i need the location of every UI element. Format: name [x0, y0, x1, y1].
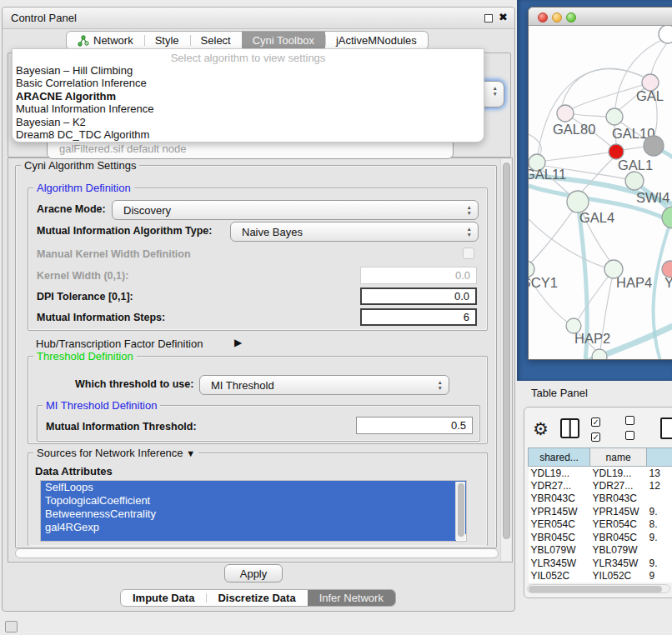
tab-network[interactable]: Network [67, 32, 144, 49]
aracne-mode-value: Discovery [123, 204, 171, 217]
tab-infer-network[interactable]: Infer Network [308, 590, 395, 606]
apply-button[interactable]: Apply [224, 564, 283, 582]
dpi-tolerance-field[interactable]: 0.0 [360, 288, 477, 305]
table-horizontal-scrollbar[interactable] [527, 584, 670, 593]
cyni-settings-title: Cyni Algorithm Settings [21, 159, 139, 172]
table-row[interactable]: YBR043CYBR043C [529, 492, 672, 506]
select-all-checks-icon[interactable]: ✓✓ [591, 413, 614, 443]
mi-steps-field[interactable]: 6 [360, 308, 477, 326]
node-label: GCY1 [529, 275, 558, 290]
settings-vertical-scrollbar[interactable] [500, 159, 511, 561]
close-icon[interactable]: ✖ [499, 11, 508, 23]
settings-horizontal-scrollbar[interactable] [15, 548, 499, 559]
network-canvas[interactable]: GALGAL80GAL10GAL1GAL11SWI4GAL4GCY1HAP4YH… [529, 26, 672, 360]
table-row[interactable]: YDL19...YDL19...13 [529, 467, 672, 480]
data-attributes-label: Data Attributes [35, 465, 113, 478]
attribute-item[interactable]: gal4RGexp [41, 521, 466, 534]
network-edge[interactable] [529, 211, 573, 264]
aracne-mode-label: Aracne Mode: [37, 203, 106, 215]
close-traffic-light-icon[interactable] [538, 12, 548, 22]
mi-threshold-field[interactable]: 0.5 [356, 417, 473, 434]
float-panel-icon[interactable] [484, 14, 493, 22]
aracne-mode-combo[interactable]: Discovery ▲▼ [112, 200, 479, 220]
kernel-width-field[interactable]: 0.0 [360, 267, 477, 284]
zoom-traffic-light-icon[interactable] [566, 12, 576, 22]
tab-discretize-data[interactable]: Discretize Data [206, 590, 307, 606]
dropdown-item[interactable]: Mutual Information Inference [13, 102, 484, 115]
table-cell: 9. [647, 531, 672, 544]
data-attributes-list[interactable]: SelfLoopsTopologicalCoefficientBetweenne… [40, 480, 467, 542]
network-node-swi4[interactable] [625, 172, 644, 190]
attribute-item[interactable]: SelfLoops [41, 481, 466, 494]
collapsed-panel-icon[interactable] [5, 621, 18, 632]
network-node-gal80[interactable] [557, 105, 574, 122]
manual-kernel-label: Manual Kernel Width Definition [37, 248, 191, 260]
bottom-tabs: Impute DataDiscretize DataInfer Network [120, 589, 396, 607]
network-edge[interactable] [578, 276, 609, 320]
dropdown-item[interactable]: Dream8 DC_TDC Algorithm [13, 128, 484, 141]
tab-label: jActiveMNodules [336, 34, 417, 47]
node-label: GAL11 [529, 167, 566, 182]
gear-icon[interactable]: ⚙ [533, 420, 549, 438]
dropdown-item[interactable]: ARACNE Algorithm [13, 90, 484, 102]
network-edge[interactable] [529, 219, 605, 268]
manual-kernel-checkbox[interactable] [463, 248, 474, 259]
tab-impute-data[interactable]: Impute Data [121, 590, 206, 606]
which-threshold-combo[interactable]: MI Threshold ▲▼ [199, 375, 449, 395]
network-node[interactable] [644, 136, 664, 156]
table-row[interactable]: YIL052CYIL052C9 [529, 570, 672, 582]
dropdown-item[interactable]: Basic Correlation Inference [13, 77, 484, 89]
network-node[interactable] [662, 207, 672, 228]
network-node[interactable] [592, 349, 607, 360]
table-row[interactable]: YBL079WYBL079W [529, 544, 672, 558]
network-window-titlebar[interactable] [529, 8, 672, 26]
network-edge[interactable] [654, 228, 669, 360]
tab-style[interactable]: Style [144, 32, 190, 49]
table-panel: ⚙ ✓✓ shared...name YDL19...YDL19...13YDR… [524, 407, 672, 598]
table-cell: 12 [647, 479, 672, 492]
tab-select[interactable]: Select [190, 32, 242, 49]
table-cell: 9. [647, 557, 672, 570]
network-node-gal10[interactable] [606, 108, 623, 125]
minimize-traffic-light-icon[interactable] [552, 12, 562, 22]
table-row[interactable]: YPR145WYPR145W9. [529, 505, 672, 518]
collapse-down-icon[interactable]: ▼ [186, 448, 195, 458]
table-row[interactable]: YLR345WYLR345W9. [529, 557, 672, 570]
column-header[interactable]: name [590, 448, 647, 467]
dropdown-item[interactable]: Bayesian – K2 [13, 116, 484, 128]
column-header[interactable] [647, 448, 672, 467]
split-columns-icon[interactable] [560, 418, 579, 438]
network-edge[interactable] [538, 69, 647, 154]
network-edge[interactable] [545, 152, 609, 161]
table-row[interactable]: YER054CYER054C8. [529, 518, 672, 532]
network-node[interactable] [659, 26, 672, 43]
mi-type-combo[interactable]: Naive Bayes ▲▼ [230, 222, 479, 242]
column-header[interactable]: shared... [529, 448, 590, 467]
control-panel: Control Panel ✖ NetworkStyleSelectCyni T… [2, 7, 515, 612]
attribute-item[interactable]: BetweennessCentrality [41, 508, 466, 521]
tab-cyni-toolbox[interactable]: Cyni Toolbox [242, 32, 325, 49]
stepper-icon: ▲▼ [467, 204, 472, 216]
tab-jactivemnodules[interactable]: jActiveMNodules [325, 32, 428, 49]
sources-title: Sources for Network Inference ▼ [33, 447, 198, 459]
list-scrollbar[interactable] [455, 482, 465, 540]
tab-label: Network [93, 34, 133, 47]
network-edge[interactable] [574, 114, 606, 117]
table-row[interactable]: YBR045CYBR045C9. [529, 531, 672, 544]
attribute-item[interactable]: TopologicalCoefficient [41, 494, 466, 508]
table-cell: YDL19... [590, 467, 647, 480]
node-table[interactable]: shared...name YDL19...YDL19...13YDR27...… [528, 448, 672, 582]
table-row[interactable]: YDR27...YDR27...12 [529, 479, 672, 492]
network-edge[interactable] [651, 44, 666, 74]
dropdown-item[interactable]: Bayesian – Hill Climbing [13, 64, 484, 77]
new-table-icon[interactable] [660, 418, 672, 439]
table-cell: YDR27... [590, 479, 647, 492]
network-edge[interactable] [623, 147, 644, 150]
expand-right-icon[interactable]: ▶ [234, 337, 242, 348]
table-cell: 13 [647, 467, 672, 480]
stepper-icon: ▲▼ [467, 226, 472, 238]
deselect-all-checks-icon[interactable] [625, 413, 648, 443]
table-cell: YDL19... [529, 467, 590, 480]
threshold-definition-group: Threshold Definition Which threshold to … [28, 356, 488, 444]
table-cell: YPR145W [529, 505, 590, 518]
